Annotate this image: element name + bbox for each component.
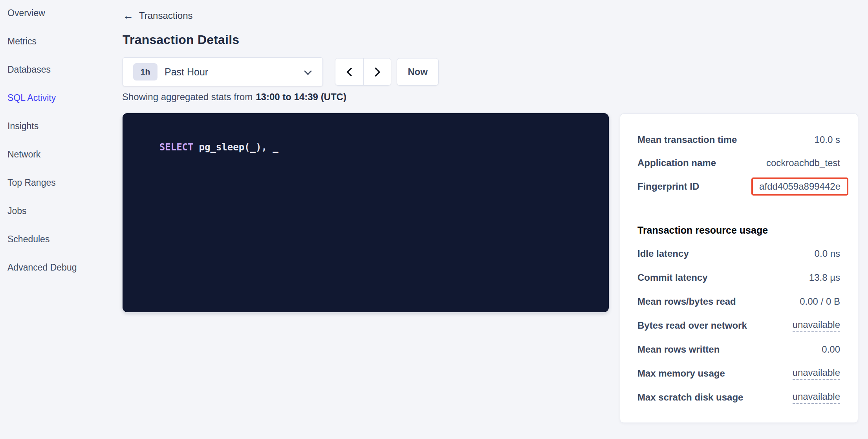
sidebar-item-metrics[interactable]: Metrics: [0, 27, 119, 55]
max-memory-usage-value[interactable]: unavailable: [793, 367, 840, 380]
fingerprint-id-value: afdd4059a899442e: [751, 177, 848, 196]
row-mean-rows-bytes-read: Mean rows/bytes read 0.00 / 0 B: [637, 290, 840, 314]
application-name-label: Application name: [637, 157, 716, 168]
back-arrow-icon: ←: [123, 10, 134, 21]
mean-rows-written-value: 0.00: [822, 344, 840, 355]
time-controls-row: 1h Past Hour Now: [123, 57, 439, 86]
chevron-down-icon: [304, 67, 312, 75]
chevron-right-icon: [371, 67, 380, 77]
max-memory-usage-label: Max memory usage: [637, 368, 725, 379]
sidebar-item-advanced-debug[interactable]: Advanced Debug: [0, 253, 119, 282]
row-mean-transaction-time: Mean transaction time 10.0 s: [637, 128, 840, 152]
time-range-duration-badge: 1h: [133, 63, 157, 80]
mean-rows-bytes-read-value: 0.00 / 0 B: [800, 296, 840, 307]
subtitle-prefix: Showing aggregated stats from: [122, 91, 253, 102]
sidebar-item-network[interactable]: Network: [0, 140, 119, 168]
row-max-scratch-disk-usage: Max scratch disk usage unavailable: [637, 386, 840, 410]
row-idle-latency: Idle latency 0.0 ns: [637, 242, 840, 266]
fingerprint-id-label: Fingerprint ID: [637, 181, 699, 192]
sidebar-item-sql-activity[interactable]: SQL Activity: [0, 84, 119, 112]
sql-statement-rest: pg_sleep(_), _: [199, 142, 278, 153]
page-title: Transaction Details: [123, 33, 239, 47]
time-range-dropdown[interactable]: 1h Past Hour: [123, 57, 323, 86]
commit-latency-value: 13.8 µs: [809, 272, 840, 283]
idle-latency-value: 0.0 ns: [815, 248, 840, 259]
sql-statement-box: SELECTpg_sleep(_), _: [123, 113, 609, 312]
breadcrumb-back-link[interactable]: ← Transactions: [123, 9, 193, 23]
sql-keyword: SELECT: [159, 142, 194, 153]
transaction-details-card: Mean transaction time 10.0 s Application…: [620, 113, 858, 423]
sidebar-item-overview[interactable]: Overview: [0, 0, 119, 27]
row-application-name: Application name cockroachdb_test: [637, 152, 840, 175]
mean-rows-written-label: Mean rows written: [637, 344, 720, 355]
next-range-button[interactable]: [363, 59, 391, 85]
resource-usage-section-title: Transaction resource usage: [637, 218, 840, 242]
card-divider: [637, 208, 840, 208]
idle-latency-label: Idle latency: [637, 248, 689, 259]
mean-rows-bytes-read-label: Mean rows/bytes read: [637, 296, 736, 307]
sidebar-item-top-ranges[interactable]: Top Ranges: [0, 168, 119, 197]
row-mean-rows-written: Mean rows written 0.00: [637, 338, 840, 362]
summary-rows: Mean transaction time 10.0 s Application…: [637, 128, 840, 198]
sidebar: Overview Metrics Databases SQL Activity …: [0, 0, 119, 439]
sql-statement-text: SELECTpg_sleep(_), _: [137, 127, 278, 167]
row-max-memory-usage: Max memory usage unavailable: [637, 362, 840, 386]
resource-rows: Idle latency 0.0 ns Commit latency 13.8 …: [637, 242, 840, 410]
bytes-read-over-network-label: Bytes read over network: [637, 320, 747, 331]
aggregated-stats-subtitle: Showing aggregated stats from 13:00 to 1…: [122, 91, 346, 102]
mean-transaction-time-value: 10.0 s: [815, 134, 840, 145]
application-name-value: cockroachdb_test: [766, 157, 840, 168]
row-commit-latency: Commit latency 13.8 µs: [637, 266, 840, 290]
breadcrumb-label: Transactions: [139, 10, 193, 21]
max-scratch-disk-usage-label: Max scratch disk usage: [637, 392, 743, 403]
bytes-read-over-network-value[interactable]: unavailable: [793, 319, 840, 332]
sidebar-nav-list: Overview Metrics Databases SQL Activity …: [0, 0, 119, 282]
time-range-label: Past Hour: [165, 66, 208, 78]
mean-transaction-time-label: Mean transaction time: [637, 134, 737, 145]
sidebar-item-schedules[interactable]: Schedules: [0, 225, 119, 253]
commit-latency-label: Commit latency: [637, 272, 708, 283]
sidebar-item-insights[interactable]: Insights: [0, 112, 119, 140]
time-pager: [335, 58, 391, 86]
previous-range-button[interactable]: [335, 59, 363, 85]
subtitle-range: 13:00 to 14:39 (UTC): [256, 91, 346, 102]
row-bytes-read-over-network: Bytes read over network unavailable: [637, 314, 840, 338]
max-scratch-disk-usage-value[interactable]: unavailable: [793, 391, 840, 404]
sidebar-item-jobs[interactable]: Jobs: [0, 197, 119, 225]
row-fingerprint-id: Fingerprint ID afdd4059a899442e: [637, 175, 840, 198]
sidebar-item-databases[interactable]: Databases: [0, 55, 119, 84]
chevron-left-icon: [346, 67, 355, 77]
now-button[interactable]: Now: [397, 58, 439, 86]
